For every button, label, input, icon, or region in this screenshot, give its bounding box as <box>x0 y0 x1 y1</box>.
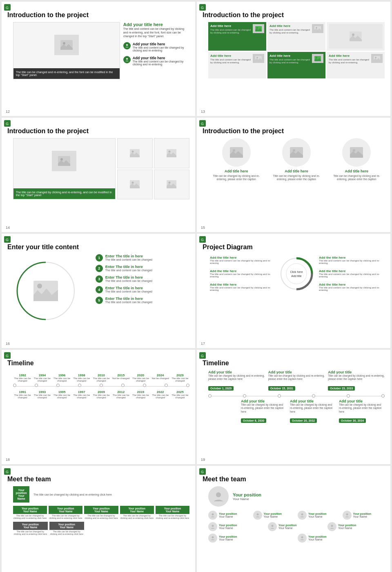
slide-21-main-avatar <box>208 486 229 507</box>
slide-12-caption: The title can be changed and re-entering… <box>13 68 120 79</box>
slide-18: G Timeline 1992The title can be changed … <box>2 350 195 464</box>
svg-point-52 <box>301 514 303 516</box>
slide-logo-14: G <box>4 120 11 127</box>
slide-logo-12: G <box>4 4 11 11</box>
slide-21-member-r2-2: Your positionYour Name <box>268 522 325 531</box>
slide-20-row1: Your positionYour Name The title can be … <box>13 506 189 519</box>
slide-15-circles: Add title here Title can be changed by c… <box>208 138 385 181</box>
slide-15-circle-2: Add title here Title can be changed by c… <box>268 138 324 181</box>
slide-14-cell-4 <box>154 170 189 200</box>
slide-17-left-1: Add the title here The title and content… <box>208 254 276 266</box>
slide-17-right-col: Add the title here The title and content… <box>317 254 385 293</box>
slide-21-member-r1-1: Your positionYour Name <box>208 511 251 520</box>
svg-text:Add title: Add title <box>291 275 301 277</box>
svg-text:G: G <box>201 6 204 9</box>
slide-logo-15: G <box>199 120 206 127</box>
svg-text:G: G <box>6 238 9 241</box>
slide-20-member-5: Your positionYour Name The title can be … <box>156 506 189 519</box>
svg-point-28 <box>169 182 171 184</box>
tl-bot-6: 2012The title can be changed <box>111 390 130 399</box>
slide-19-top-3: Add your title Title can be charged by c… <box>328 370 385 381</box>
tl-bot-4: 1997The title can be changed <box>72 390 91 399</box>
slide-14-caption: The title can be changed by clicking and… <box>13 188 115 199</box>
slide-15-number: 15 <box>201 226 205 230</box>
slide-15: G Introduction to the project Add title … <box>197 118 390 232</box>
svg-point-53 <box>346 514 348 516</box>
slide-20-row2: Your positionYour Name The title can be … <box>13 522 189 535</box>
slide-17-right-3: Add the title here The title and content… <box>317 281 385 293</box>
slide-21-row3: Your positionYour Name Your positionYour… <box>208 534 385 543</box>
slide-18-timeline: 1992The title can be changed 1994The tit… <box>13 370 189 404</box>
slide-20-main-avatar: Your position Your Name <box>13 486 29 503</box>
slide-14-title: Introduction to the project <box>7 127 189 135</box>
svg-text:G: G <box>201 354 204 358</box>
slide-13-cell-5: Add title here The title and content can… <box>267 52 325 78</box>
svg-point-49 <box>216 492 221 497</box>
slide-21: G Meet the team Your position Your Name … <box>197 466 390 572</box>
slide-12-main-title: Add your title here The title and conten… <box>123 22 189 38</box>
slide-13-cell-3 <box>327 22 385 51</box>
slide-18-title: Timeline <box>7 360 189 367</box>
slide-18-bottom-years: 1991The title can be changed 1993The tit… <box>13 390 189 399</box>
slide-14-cell-3 <box>117 170 153 200</box>
slide-21-row1: Your positionYour Name Your positionYour… <box>208 511 385 520</box>
svg-text:G: G <box>6 122 9 125</box>
slide-12-title: Introduction to the project <box>7 11 189 19</box>
slide-18-number: 18 <box>6 458 10 462</box>
slide-19-dotline <box>208 394 385 398</box>
slide-19: G Timeline Add your title Title can be c… <box>197 350 390 464</box>
slide-13-cell-6: Add title here The title and content can… <box>327 52 385 78</box>
slide-19-dates-bottom: October 8, 2030 October 20, 2032 October… <box>208 416 385 424</box>
slide-20-member-2: Your positionYour Name The title can be … <box>49 506 82 519</box>
tl-top-5: 2010The title can be changed <box>92 373 111 382</box>
slide-20-main: Your position Your Name The title can be… <box>13 486 189 503</box>
slide-16-item-2: 2 Enter The title in here The title and … <box>96 265 189 272</box>
slide-logo-16: G <box>4 236 11 243</box>
slide-18-dotline <box>13 384 189 389</box>
slide-21-member-r3-2: Your positionYour Name <box>298 534 385 543</box>
slide-20: G Meet the team Your position Your Name … <box>2 466 195 572</box>
slide-16-number: 16 <box>6 342 10 346</box>
tl-top-7: 2020The title can be changed <box>131 373 150 382</box>
tl-bot-1: 1991The title can be changed <box>13 390 32 399</box>
slide-21-member-r1-4: Your positionYour Name <box>343 511 385 520</box>
slide-12-image-area: The title can be changed and re-entering… <box>13 22 120 79</box>
slide-13-cell-4: Add title here The title and content can… <box>208 52 266 78</box>
svg-point-22 <box>132 150 134 152</box>
slide-17-diagram: Add the title here The title and content… <box>208 254 385 293</box>
svg-point-58 <box>301 536 303 538</box>
slide-13-cell-1: Add title here The title and content can… <box>208 22 266 51</box>
tl-bot-2: 1993The title can be changed <box>33 390 51 399</box>
tl-bot-7: 2019The title can be changed <box>131 390 150 399</box>
slide-17-title: Project Diagram <box>203 244 385 251</box>
slide-18-top-years: 1992The title can be changed 1994The tit… <box>13 373 189 382</box>
slide-16-diagram <box>13 254 91 329</box>
svg-text:G: G <box>201 122 204 125</box>
slide-21-row2: Your positionYour Name Your positionYour… <box>208 522 385 531</box>
slide-12: G Introduction to the project The title … <box>2 2 195 116</box>
slide-19-title: Timeline <box>203 360 385 367</box>
slide-14-cell-1 <box>117 138 153 168</box>
slide-13-number: 13 <box>201 109 205 114</box>
slide-17: G Project Diagram Add the title here The… <box>197 234 390 348</box>
slide-logo-13: G <box>199 4 206 11</box>
svg-text:Click here: Click here <box>290 270 303 273</box>
slide-logo-21: G <box>199 468 206 475</box>
svg-point-13 <box>256 57 258 58</box>
slide-13-cell-2: Add title here The title and content can… <box>267 22 325 51</box>
slide-20-member-4: Your positionYour Name The title can be … <box>120 506 154 519</box>
tl-bot-8: 2022The title can be changed <box>151 390 170 399</box>
slide-14-right <box>117 138 190 199</box>
slide-19-top-2: Add your title Title can be charged by c… <box>268 370 325 381</box>
slide-16-list: 1 Enter The title in here The title and … <box>96 254 189 329</box>
slide-19-top-row: Add your title Title can be charged by c… <box>208 370 385 381</box>
slide-12-item-2: Add your title here The title and conten… <box>123 56 189 66</box>
slide-14: G Introduction to the project The title … <box>2 118 195 232</box>
slide-13: G Introduction to the project Add title … <box>197 2 390 116</box>
tl-top-8: 2024Not be changed <box>151 373 170 382</box>
slide-16-title: Enter your title content <box>7 244 189 251</box>
slide-21-content: Your position Your Name Your positionYou… <box>208 486 385 543</box>
tl-top-2: 1994The title can be changed <box>33 373 51 382</box>
svg-text:G: G <box>6 6 9 9</box>
slide-21-member-r2-1: Your positionYour Name <box>208 522 265 531</box>
